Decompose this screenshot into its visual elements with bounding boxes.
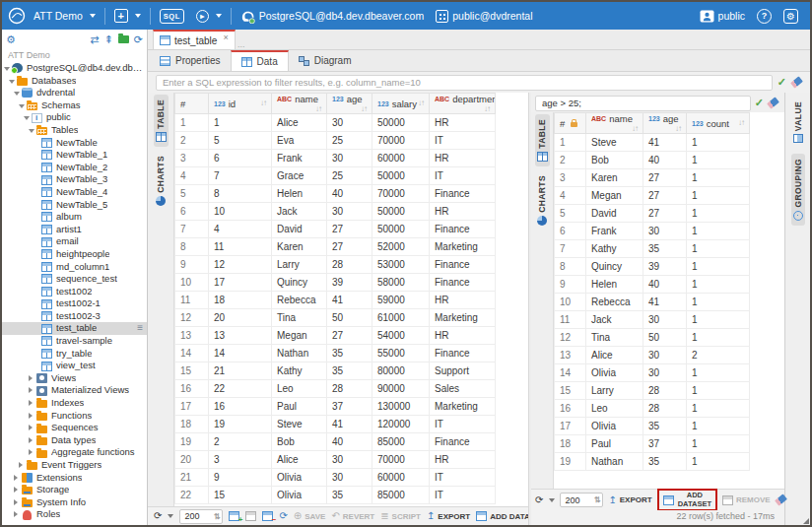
tree-item-test1002[interactable]: test1002	[2, 286, 147, 298]
table-row[interactable]: 19Nathan351	[555, 453, 750, 471]
tree-item-system-info[interactable]: System Info	[2, 496, 147, 509]
data-cell[interactable]: 130000	[372, 398, 430, 416]
data-cell[interactable]: Marketing	[430, 309, 496, 327]
tree-item-dvdrental[interactable]: dvdrental	[2, 87, 147, 99]
table-row[interactable]: 74David2750000Finance	[175, 221, 496, 238]
new-object-button[interactable]: +	[108, 2, 147, 30]
new-folder-icon[interactable]	[118, 35, 129, 43]
data-cell[interactable]: IT	[430, 469, 496, 487]
data-cell[interactable]: 37	[643, 435, 687, 453]
data-cell[interactable]: 28	[327, 380, 372, 398]
data-cell[interactable]: 10	[209, 203, 272, 221]
table-row[interactable]: 6Frank301	[555, 223, 750, 240]
tree-item-email[interactable]: email	[2, 235, 147, 248]
data-cell[interactable]: 58000	[372, 274, 430, 292]
clear-filter-eraser-icon[interactable]	[790, 76, 803, 88]
tree-chevron-icon[interactable]	[29, 434, 36, 447]
data-cell[interactable]: 13	[209, 327, 272, 345]
tree-item-extensions[interactable]: Extensions	[2, 472, 147, 485]
data-cell[interactable]: Jack	[272, 203, 327, 221]
tree-chevron-icon[interactable]	[29, 124, 36, 137]
tree-item-indexes[interactable]: Indexes	[2, 397, 147, 410]
data-cell[interactable]: 27	[643, 187, 687, 205]
table-row[interactable]: 10Rebecca411	[555, 294, 750, 311]
table-row[interactable]: 811Karen2752000Marketing	[175, 238, 496, 256]
tree-item-newtable-1[interactable]: NewTable_1	[2, 149, 147, 162]
data-cell[interactable]: 40	[327, 185, 372, 203]
data-cell[interactable]: 1	[687, 223, 750, 240]
data-cell[interactable]: Finance	[430, 274, 496, 292]
data-cell[interactable]: 50000	[372, 221, 430, 238]
sort-icon[interactable]: ↓↑	[260, 99, 266, 107]
data-cell[interactable]: Nathan	[272, 345, 327, 362]
data-cell[interactable]: 90000	[372, 380, 430, 398]
table-row[interactable]: 5David271	[555, 205, 750, 223]
data-cell[interactable]: 80000	[372, 362, 430, 380]
data-cell[interactable]: 12	[209, 256, 272, 274]
tree-item-newtable-3[interactable]: NewTable_3	[2, 173, 147, 186]
row-number-cell[interactable]: 15	[175, 362, 209, 380]
data-cell[interactable]: 50	[327, 309, 372, 327]
tree-chevron-icon[interactable]	[29, 384, 36, 397]
row-number-cell[interactable]: 13	[175, 327, 209, 345]
data-cell[interactable]: 1	[209, 114, 272, 132]
data-cell[interactable]: 18	[209, 292, 272, 309]
tree-item-schemas[interactable]: Schemas	[2, 99, 147, 112]
data-cell[interactable]: Grace	[272, 167, 327, 185]
sort-icon[interactable]: ↓↑	[738, 118, 744, 127]
data-cell[interactable]: 53000	[372, 256, 430, 274]
table-row[interactable]: 11Alice3050000HR	[175, 114, 496, 132]
tree-item-newtable-4[interactable]: NewTable_4	[2, 186, 147, 199]
table-row[interactable]: 1622Leo2890000Sales	[175, 380, 496, 398]
data-cell[interactable]: 4	[209, 221, 272, 238]
grouping-charts-view-tab[interactable]: CHARTS	[535, 170, 549, 231]
grouping-fetch-size-spinner[interactable]: ⇅	[560, 493, 603, 507]
row-number-cell[interactable]: 19	[175, 433, 209, 451]
data-cell[interactable]: HR	[430, 114, 496, 132]
add-row-button[interactable]: +	[229, 511, 239, 521]
data-cell[interactable]: 35	[327, 345, 372, 362]
data-cell[interactable]: 30	[327, 451, 372, 469]
editor-tab-test-table[interactable]: test_table ×	[153, 30, 236, 49]
sort-icon[interactable]: ↓↑	[675, 124, 681, 133]
data-cell[interactable]: 60000	[372, 469, 430, 487]
data-cell[interactable]: Marketing	[430, 398, 496, 416]
data-cell[interactable]: 27	[327, 221, 372, 238]
data-cell[interactable]: HR	[430, 327, 496, 345]
table-row[interactable]: 14Olivia301	[555, 364, 750, 382]
data-cell[interactable]: 41	[327, 416, 372, 433]
table-row[interactable]: 25Eva2570000IT	[175, 132, 496, 150]
data-cell[interactable]: Olivia	[586, 364, 643, 382]
data-cell[interactable]: Kathy	[272, 362, 327, 380]
row-number-cell[interactable]: 12	[555, 329, 586, 347]
tree-item-tables[interactable]: Tables	[2, 124, 147, 137]
save-button[interactable]: ⊕SAVE	[294, 511, 326, 521]
data-cell[interactable]: 27	[327, 238, 372, 256]
data-cell[interactable]: 9	[209, 469, 272, 487]
tree-chevron-icon[interactable]	[19, 99, 27, 112]
data-cell[interactable]: 27	[643, 205, 687, 223]
tree-item-storage[interactable]: Storage	[2, 484, 147, 496]
row-number-cell[interactable]: 7	[555, 240, 586, 258]
table-row[interactable]: 610Jack3050000HR	[175, 203, 496, 221]
data-cell[interactable]: Bob	[272, 433, 327, 451]
tree-item-public[interactable]: public	[2, 111, 147, 124]
data-cell[interactable]: Leo	[586, 400, 643, 418]
data-cell[interactable]: 16	[209, 398, 272, 416]
workspace-menu[interactable]: ATT Demo	[28, 2, 102, 30]
data-cell[interactable]: 28	[327, 256, 372, 274]
data-cell[interactable]: 27	[643, 169, 687, 187]
tree-item-newtable-5[interactable]: NewTable_5	[2, 199, 147, 212]
connection-selector[interactable]: PostgreSQL@db4.dev.dbeaver.com	[235, 2, 430, 30]
tree-item-test1002-1[interactable]: test1002-1	[2, 297, 147, 310]
grouping-panel-tab[interactable]: GROUPING	[791, 154, 805, 225]
table-view-tab[interactable]: TABLE	[154, 95, 169, 147]
row-number-cell[interactable]: 11	[555, 311, 586, 329]
table-row[interactable]: 12Tina501	[555, 329, 750, 347]
resize-grip[interactable]	[803, 518, 809, 524]
tree-chevron-icon[interactable]	[14, 87, 22, 99]
tree-item-artist1[interactable]: artist1	[2, 224, 147, 236]
data-cell[interactable]: 25	[327, 132, 372, 150]
grouping-export-button[interactable]: ↥EXPORT	[608, 495, 651, 505]
data-cell[interactable]: 25	[327, 167, 372, 185]
